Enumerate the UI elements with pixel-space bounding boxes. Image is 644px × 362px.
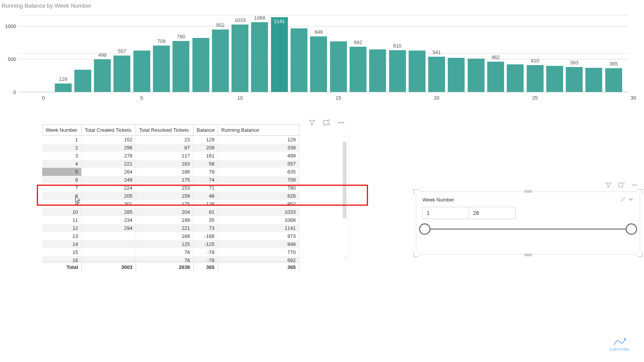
selection-handles[interactable] [416,192,640,255]
cell[interactable]: 13 [42,232,81,240]
cell[interactable]: 224 [81,184,136,192]
focus-mode-icon[interactable] [323,119,330,128]
cell[interactable]: 301 [81,200,136,208]
cell[interactable]: 175 [136,176,193,184]
bar-week-29[interactable] [605,68,622,92]
cell[interactable]: 1141 [218,224,299,232]
cell[interactable]: 770 [218,248,299,256]
cell[interactable]: 4 [42,160,81,168]
cell[interactable]: -125 [193,240,218,248]
cell[interactable]: 1 [42,136,81,144]
table-row[interactable]: 526418678635 [42,168,299,176]
cell[interactable]: 78 [136,248,193,256]
cell[interactable]: 1068 [218,216,299,224]
subscribe-badge[interactable]: SUBSCRIBE [610,337,629,351]
week-number-slicer[interactable]: Week Number [416,192,640,255]
bar-week-4[interactable] [113,56,130,92]
table-row[interactable]: 10285204811033 [42,208,299,216]
cell[interactable]: 78 [136,256,193,262]
bar-week-20[interactable] [428,57,445,92]
bar-week-5[interactable] [133,51,150,92]
cell[interactable]: 81 [193,208,218,216]
bar-week-27[interactable] [566,67,583,92]
scroll-up-icon[interactable]: ˆ [342,136,348,140]
cell[interactable]: 23 [136,136,193,144]
cell[interactable]: 129 [218,136,299,144]
bar-week-14[interactable] [310,36,327,92]
cell[interactable]: 294 [81,224,136,232]
cell[interactable]: 74 [193,176,218,184]
scroll-down-icon[interactable]: ˇ [342,257,348,262]
cell[interactable]: 15 [42,248,81,256]
cell[interactable]: 163 [136,160,193,168]
cell[interactable]: 16 [42,256,81,262]
cell[interactable]: 46 [193,192,218,200]
cell[interactable]: 152 [81,136,136,144]
cell[interactable]: 221 [136,224,193,232]
cell[interactable]: 826 [218,192,299,200]
cell[interactable]: 278 [81,152,136,160]
bar-week-3[interactable] [94,59,111,92]
cell[interactable]: 6 [42,176,81,184]
cell[interactable]: 848 [218,240,299,248]
cell[interactable]: 557 [218,160,299,168]
cell[interactable]: 168 [136,232,193,240]
focus-mode-icon[interactable] [618,182,625,190]
cell[interactable]: 952 [218,200,299,208]
slider-handle-min[interactable] [419,223,430,235]
more-options-icon[interactable] [631,182,638,190]
data-table[interactable]: Week NumberTotal Created TicketsTotal Re… [42,124,299,136]
bar-week-12[interactable] [271,17,288,92]
cell[interactable]: 2 [42,144,81,152]
cell[interactable]: 264 [81,168,136,176]
bar-week-25[interactable] [527,65,544,92]
cell[interactable] [81,256,136,262]
cell[interactable]: 204 [136,208,193,216]
more-options-icon[interactable] [337,119,345,128]
cell[interactable]: 692 [218,256,299,262]
scroll-thumb[interactable] [343,142,347,218]
cell[interactable]: 709 [218,176,299,184]
cell[interactable]: 58 [193,160,218,168]
table-row[interactable]: 3278117161499 [42,152,299,160]
table-row[interactable]: 624917574709 [42,176,299,184]
cell[interactable]: 175 [136,200,193,208]
cell[interactable]: 973 [218,232,299,240]
cell[interactable]: 71 [193,184,218,192]
slider-track[interactable] [425,228,631,230]
table-row[interactable]: 1578-78770 [42,248,299,256]
cell[interactable]: 186 [136,168,193,176]
cell[interactable]: 249 [81,176,136,184]
bar-week-16[interactable] [350,47,366,92]
bar-week-28[interactable] [585,68,602,92]
table-row[interactable]: 14125-125848 [42,240,299,248]
bar-week-23[interactable] [487,62,504,92]
table-row[interactable]: 12294221731141 [42,224,299,232]
slider-handle-max[interactable] [626,223,637,235]
table-row[interactable]: 13168-168973 [42,232,299,240]
bar-week-15[interactable] [330,41,347,92]
cell[interactable]: 10 [42,208,81,216]
cell[interactable]: 73 [193,224,218,232]
cell[interactable]: 7 [42,184,81,192]
filter-icon[interactable] [308,119,316,128]
cell[interactable]: 635 [218,168,299,176]
cell[interactable]: 12 [42,224,81,232]
cell[interactable]: 126 [193,200,218,208]
bar-week-9[interactable] [212,29,229,92]
cell[interactable]: 8 [42,192,81,200]
col-header-1[interactable]: Total Created Tickets [82,125,136,136]
bar-week-11[interactable] [251,22,268,92]
cell[interactable] [81,232,136,240]
bar-week-10[interactable] [232,25,248,92]
cell[interactable]: 205 [81,192,136,200]
bar-week-2[interactable] [74,70,91,92]
bar-week-18[interactable] [389,50,406,92]
bar-week-24[interactable] [507,64,524,92]
cell[interactable]: -168 [193,232,218,240]
cell[interactable]: 296 [81,144,136,152]
table-row[interactable]: 1678-78692 [42,256,299,262]
cell[interactable]: 3 [42,152,81,160]
cell[interactable]: 153 [136,184,193,192]
bar-week-13[interactable] [291,28,307,92]
